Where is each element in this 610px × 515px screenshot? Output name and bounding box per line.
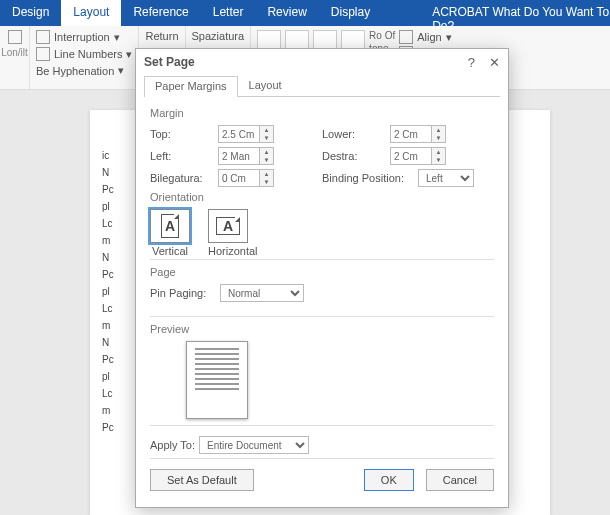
spin-down-icon[interactable]: ▼ [260, 134, 273, 142]
tab-layout[interactable]: Layout [61, 0, 121, 26]
gutter-input[interactable] [218, 169, 260, 187]
top-label: Top: [150, 128, 214, 140]
page-section-label: Page [150, 266, 494, 278]
line-numbers-button[interactable]: Line Numbers ▾ [36, 47, 132, 61]
chevron-down-icon: ▾ [446, 31, 452, 44]
pin-paging-select[interactable]: Normal [220, 284, 304, 302]
tab-reference[interactable]: Reference [121, 0, 200, 26]
set-as-default-button[interactable]: Set As Default [150, 469, 254, 491]
spacing-label: Spaziatura [192, 30, 245, 42]
tab-layout-dialog[interactable]: Layout [238, 75, 293, 96]
gutter-spinner[interactable]: ▲▼ [218, 169, 274, 187]
horizontal-label: Horizontal [208, 245, 258, 257]
align-icon [399, 30, 413, 44]
right-input[interactable] [390, 147, 432, 165]
cancel-button[interactable]: Cancel [426, 469, 494, 491]
right-label: Destra: [322, 150, 386, 162]
left-input[interactable] [218, 147, 260, 165]
landscape-icon: A [216, 217, 240, 235]
pin-paging-label: Pin Paging: [150, 287, 220, 299]
orientation-section-label: Orientation [150, 191, 494, 203]
tab-design[interactable]: Design [0, 0, 61, 26]
dialog-tabs: Paper Margins Layout [144, 75, 500, 97]
interruption-button[interactable]: Interruption ▾ [36, 30, 132, 44]
preview-thumbnail [186, 341, 248, 419]
left-spinner[interactable]: ▲▼ [218, 147, 274, 165]
margin-section-label: Margin [150, 107, 494, 119]
spin-down-icon[interactable]: ▼ [260, 178, 273, 186]
top-input[interactable] [218, 125, 260, 143]
chevron-down-icon: ▾ [118, 64, 124, 77]
acrobat-search[interactable]: ACROBAT What Do You Want To Do? [432, 0, 610, 26]
text-direction-label: Lon/ilt [0, 47, 32, 58]
spin-up-icon[interactable]: ▲ [432, 126, 445, 134]
spin-down-icon[interactable]: ▼ [432, 156, 445, 164]
text-direction-icon[interactable] [8, 30, 22, 44]
dialog-titlebar: Set Page ? ✕ [136, 49, 508, 75]
lower-label: Lower: [322, 128, 386, 140]
orientation-horizontal[interactable]: A [208, 209, 248, 243]
align-button[interactable]: Align ▾ [399, 30, 503, 44]
preview-section-label: Preview [150, 323, 494, 335]
ok-button[interactable]: OK [364, 469, 414, 491]
orientation-vertical[interactable]: A [150, 209, 190, 243]
tab-letter[interactable]: Letter [201, 0, 256, 26]
lower-input[interactable] [390, 125, 432, 143]
page-setup-dialog: Set Page ? ✕ Paper Margins Layout Margin… [135, 48, 509, 508]
spin-up-icon[interactable]: ▲ [260, 170, 273, 178]
right-spinner[interactable]: ▲▼ [390, 147, 446, 165]
dialog-title: Set Page [144, 55, 195, 69]
break-icon [36, 30, 50, 44]
gutter-label: Bilegatura: [150, 172, 214, 184]
binding-label: Binding Position: [322, 172, 414, 184]
spin-up-icon[interactable]: ▲ [260, 126, 273, 134]
binding-select[interactable]: Left [418, 169, 474, 187]
spin-down-icon[interactable]: ▼ [260, 156, 273, 164]
spin-down-icon[interactable]: ▼ [432, 134, 445, 142]
ro-of-label: Ro Of [369, 30, 395, 41]
tab-display[interactable]: Display [319, 0, 382, 26]
hyphenation-button[interactable]: Be Hyphenation ▾ [36, 64, 132, 77]
lower-spinner[interactable]: ▲▼ [390, 125, 446, 143]
main-tab-bar: Design Layout Reference Letter Review Di… [0, 0, 610, 26]
top-spinner[interactable]: ▲▼ [218, 125, 274, 143]
apply-to-select[interactable]: Entire Document [199, 436, 309, 454]
tab-review[interactable]: Review [255, 0, 318, 26]
spin-up-icon[interactable]: ▲ [260, 148, 273, 156]
portrait-icon: A [161, 214, 179, 238]
apply-to-label: Apply To: [150, 439, 195, 451]
close-button[interactable]: ✕ [489, 55, 500, 70]
help-button[interactable]: ? [468, 55, 475, 70]
spin-up-icon[interactable]: ▲ [432, 148, 445, 156]
line-numbers-icon [36, 47, 50, 61]
chevron-down-icon: ▾ [114, 31, 120, 44]
vertical-label: Vertical [150, 245, 190, 257]
tab-paper-margins[interactable]: Paper Margins [144, 76, 238, 97]
left-label: Left: [150, 150, 214, 162]
return-label: Return [145, 30, 178, 42]
chevron-down-icon: ▾ [126, 48, 132, 61]
